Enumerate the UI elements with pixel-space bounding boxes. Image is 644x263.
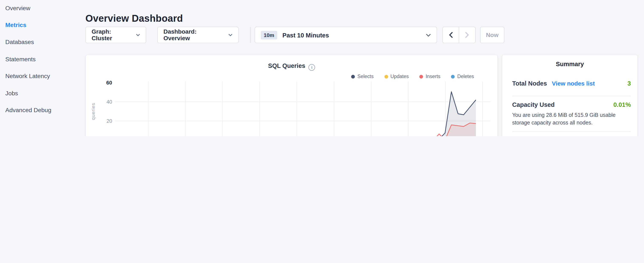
summary-value: 3 — [628, 80, 631, 87]
sql-queries-plot[interactable]: 16:3816:3916:4016:4116:4216:4316:4416:45… — [86, 55, 498, 136]
graph-dropdown-label: Graph: Cluster — [92, 28, 132, 42]
time-range-dropdown[interactable]: 10m Past 10 Minutes — [255, 27, 437, 43]
sql-queries-chart-card: SQL Queries SelectsUpdatesInsertsDeletes… — [86, 55, 498, 136]
sidebar-item-databases[interactable]: Databases — [5, 34, 79, 51]
dashboard-dropdown-label: Dashboard: Overview — [164, 28, 225, 42]
sidebar-item-statements[interactable]: Statements — [5, 51, 79, 68]
now-button[interactable]: Now — [480, 27, 504, 43]
graph-dropdown[interactable]: Graph: Cluster — [86, 27, 146, 43]
sidebar-item-overview[interactable]: Overview — [5, 0, 79, 17]
dashboard-dropdown[interactable]: Dashboard: Overview — [157, 27, 238, 43]
chevron-left-icon — [449, 32, 452, 38]
summary-value: 0.01% — [614, 101, 631, 108]
chevron-down-icon — [228, 34, 232, 36]
sidebar-item-jobs[interactable]: Jobs — [5, 85, 79, 102]
summary-label: Unavailable ranges — [512, 136, 568, 136]
sidebar-item-network-latency[interactable]: Network Latency — [5, 68, 79, 85]
time-range-label: Past 10 Minutes — [282, 32, 329, 39]
summary-row-total-nodes: Total Nodes View nodes list 3 — [512, 80, 631, 87]
divider — [512, 96, 631, 96]
y-tick-label: 20 — [106, 118, 112, 124]
chevron-down-icon — [136, 34, 140, 36]
divider — [512, 131, 631, 132]
y-tick-label: 60 — [106, 80, 112, 86]
app-window: Overview Metrics Databases Statements Ne… — [0, 0, 644, 136]
summary-value: 0 — [628, 136, 631, 136]
page-title: Overview Dashboard — [86, 12, 183, 25]
summary-panel: Summary Total Nodes View nodes list 3 Ca… — [502, 55, 638, 136]
summary-label: Total Nodes — [512, 80, 547, 87]
chevron-right-icon — [466, 32, 469, 38]
summary-row-capacity: Capacity Used 0.01% — [512, 101, 631, 108]
step-forward-button-disabled[interactable] — [459, 27, 475, 43]
chevron-down-icon — [426, 34, 431, 36]
y-tick-label: 40 — [106, 99, 112, 105]
summary-title: Summary — [502, 60, 638, 68]
toolbar-divider — [250, 27, 250, 43]
sidebar: Overview Metrics Databases Statements Ne… — [5, 0, 79, 119]
view-nodes-list-link[interactable]: View nodes list — [552, 80, 595, 87]
y-axis-label: queries — [90, 103, 96, 120]
summary-label: Capacity Used — [512, 101, 555, 108]
summary-row-unavailable-ranges: Unavailable ranges 0 — [512, 136, 631, 136]
summary-description: You are using 28.6 MiB of 515.9 GiB usab… — [512, 111, 631, 127]
step-back-button[interactable] — [443, 27, 458, 43]
sidebar-item-advanced-debug[interactable]: Advanced Debug — [5, 102, 79, 119]
time-range-badge: 10m — [261, 31, 277, 39]
time-step-buttons — [442, 27, 476, 43]
sidebar-item-metrics[interactable]: Metrics — [5, 17, 79, 34]
